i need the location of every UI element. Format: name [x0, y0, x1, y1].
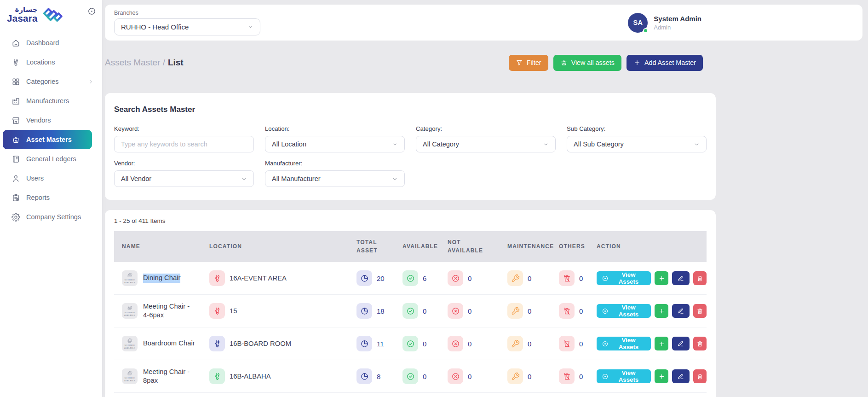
category-select[interactable]: All Category — [416, 136, 556, 152]
users-icon — [11, 174, 20, 183]
sidebar-item-vendors[interactable]: Vendors — [0, 111, 102, 130]
sidebar-collapse-toggle-icon[interactable] — [87, 7, 96, 16]
available-cell: 0 — [402, 336, 448, 351]
sidebar: جسارة Jasara Dashboard — [0, 0, 102, 397]
total-asset-cell: 11 — [356, 336, 402, 351]
bin-crossed-icon — [559, 368, 575, 384]
view-assets-button[interactable]: View Assets — [597, 369, 651, 383]
delete-button[interactable] — [693, 337, 707, 350]
x-circle-icon — [448, 336, 463, 351]
asset-name[interactable]: Meeting Chair - 8pax — [143, 368, 197, 385]
breadcrumb-parent[interactable]: Assets Master / — [105, 58, 165, 67]
sidebar-item-users[interactable]: Users — [0, 169, 102, 188]
location-text: 16A-EVENT AREA — [230, 274, 287, 282]
delete-button[interactable] — [693, 369, 707, 383]
branch-select-value: RUHHO - Head Office — [121, 23, 189, 31]
location-text: 15 — [230, 307, 237, 315]
basket-icon — [560, 59, 568, 66]
maintenance-cell: 0 — [507, 303, 559, 319]
sidebar-item-reports[interactable]: Reports — [0, 188, 102, 207]
trash-icon — [696, 373, 703, 380]
chevron-down-icon — [543, 141, 549, 147]
delete-button[interactable] — [693, 271, 707, 285]
edit-button[interactable] — [672, 369, 689, 383]
view-assets-button[interactable]: View Assets — [597, 271, 651, 285]
view-all-assets-button[interactable]: View all assets — [553, 55, 621, 71]
no-image-thumbnail: NO IMAGE AVAILABLE — [122, 368, 138, 384]
avatar: SA — [628, 13, 648, 33]
sidebar-item-company-settings[interactable]: Company Settings — [0, 207, 102, 227]
edit-button[interactable] — [672, 304, 689, 318]
branch-select[interactable]: RUHHO - Head Office — [114, 18, 260, 35]
column-header-total-asset: Total Asset — [356, 239, 402, 255]
sub-category-select[interactable]: All Sub Category — [567, 136, 707, 152]
image-icon — [127, 338, 133, 344]
bin-crossed-icon — [559, 336, 575, 351]
delete-button[interactable] — [693, 304, 707, 318]
asset-name[interactable]: Meeting Chair - 4-6pax — [143, 302, 197, 320]
sidebar-item-manufacturers[interactable]: Manufacturers — [0, 91, 102, 111]
trash-icon — [696, 275, 703, 282]
total-asset-cell: 8 — [356, 368, 402, 384]
sliders-heart-icon — [209, 368, 225, 384]
trash-icon — [696, 340, 703, 347]
add-asset-master-button[interactable]: Add Asset Master — [627, 55, 703, 71]
sidebar-item-categories[interactable]: Categories — [0, 72, 102, 91]
breadcrumb: Assets Master /List — [105, 58, 184, 68]
no-image-thumbnail: NO IMAGE AVAILABLE — [122, 336, 138, 351]
sidebar-item-general-ledgers[interactable]: General Ledgers — [0, 149, 102, 169]
chevron-right-icon — [88, 79, 94, 85]
asset-name[interactable]: Dining Chair — [143, 274, 180, 282]
available-cell: 0 — [402, 303, 448, 319]
filter-button[interactable]: Filter — [509, 55, 548, 71]
pencil-icon — [677, 308, 684, 315]
keyword-input[interactable] — [114, 136, 254, 152]
sidebar-item-locations[interactable]: Locations — [0, 53, 102, 72]
pie-chart-icon — [356, 368, 372, 384]
sidebar-item-dashboard[interactable]: Dashboard — [0, 33, 102, 53]
chevron-down-icon — [241, 176, 247, 182]
company-settings-icon — [11, 213, 20, 222]
column-header-available: Available — [402, 243, 448, 251]
pencil-icon — [677, 340, 684, 347]
table-header: Name Location Total Asset Available Not … — [114, 231, 707, 262]
add-button[interactable] — [655, 337, 668, 350]
pie-chart-icon — [356, 336, 372, 351]
funnel-icon — [516, 59, 523, 66]
edit-button[interactable] — [672, 337, 689, 350]
sidebar-item-asset-masters[interactable]: Asset Masters — [3, 130, 92, 149]
asset-name[interactable]: Boardroom Chair — [143, 339, 195, 348]
brand-name-arabic: جسارة — [7, 6, 38, 13]
column-header-action: Action — [597, 243, 707, 251]
image-icon — [127, 305, 133, 311]
vendor-select[interactable]: All Vendor — [114, 170, 254, 187]
user-menu[interactable]: SA System Admin Admin — [628, 13, 701, 33]
pie-chart-icon — [356, 270, 372, 286]
location-cell: 16B-ALBAHA — [209, 368, 356, 384]
image-icon — [127, 273, 133, 279]
add-button[interactable] — [655, 369, 668, 383]
brand: جسارة Jasara — [0, 0, 102, 27]
categories-icon — [11, 77, 20, 86]
chevron-down-icon — [392, 176, 398, 182]
view-assets-button[interactable]: View Assets — [597, 337, 651, 350]
field-category: Category: All Category — [416, 125, 556, 152]
eye-icon — [602, 373, 609, 380]
online-status-dot — [643, 28, 648, 33]
add-button[interactable] — [655, 304, 668, 318]
add-button[interactable] — [655, 271, 668, 285]
sliders-heart-icon — [209, 270, 225, 286]
not-available-cell: 0 — [448, 303, 507, 319]
field-keyword: Keyword: — [114, 125, 254, 152]
plus-icon — [658, 308, 665, 315]
edit-button[interactable] — [672, 271, 689, 285]
location-select[interactable]: All Location — [265, 136, 405, 152]
trash-icon — [696, 308, 703, 315]
branches-label: Branches — [114, 10, 260, 16]
eye-icon — [602, 340, 609, 347]
name-cell: NO IMAGE AVAILABLE Meeting Chair - 8pax — [122, 368, 209, 385]
bin-crossed-icon — [559, 270, 575, 286]
no-image-thumbnail: NO IMAGE AVAILABLE — [122, 303, 138, 319]
view-assets-button[interactable]: View Assets — [597, 304, 651, 318]
manufacturer-select[interactable]: All Manufacturer — [265, 170, 405, 187]
